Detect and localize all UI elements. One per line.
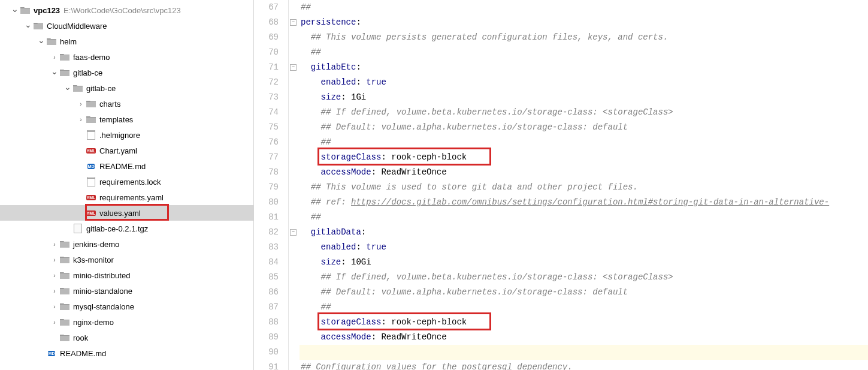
archive-file-icon [73, 224, 83, 233]
folder-icon [34, 21, 43, 31]
code-line[interactable]: ## Default: volume.alpha.kubernetes.io/s… [300, 285, 868, 300]
line-number: 72 [254, 75, 279, 90]
tree-item-helm[interactable]: ⌄helm [0, 34, 253, 49]
code-line[interactable]: accessMode: ReadWriteOnce [300, 165, 868, 180]
tree-item--helmignore[interactable]: .helmignore [0, 127, 253, 143]
code-token: ## Default: volume.alpha.kubernetes.io/s… [321, 287, 628, 297]
chevron-down-icon[interactable]: ⌄ [37, 35, 46, 45]
chevron-right-icon[interactable]: › [50, 54, 59, 61]
code-line[interactable]: size: 10Gi [300, 255, 868, 270]
tree-label: requirements.lock [99, 178, 161, 186]
chevron-right-icon[interactable]: › [50, 241, 59, 248]
code-line[interactable]: persistence: [300, 15, 868, 30]
project-tree[interactable]: ⌄vpc123E:\WorkCode\GoCode\src\vpc123⌄Clo… [0, 0, 254, 370]
chevron-right-icon[interactable]: › [77, 116, 85, 123]
code-token [301, 287, 321, 297]
folder-icon [86, 99, 96, 109]
tree-item-minio-standalone[interactable]: ›minio-standalone [0, 283, 253, 299]
fold-toggle-icon[interactable]: − [290, 64, 297, 71]
line-number: 78 [254, 165, 279, 180]
line-number: 87 [254, 300, 279, 315]
chevron-right-icon[interactable]: › [50, 319, 59, 326]
code-token [301, 167, 321, 177]
chevron-right-icon[interactable]: › [50, 272, 59, 279]
line-number: 71 [254, 60, 279, 75]
chevron-down-icon[interactable]: ⌄ [24, 20, 32, 29]
fold-gutter[interactable]: −−− [289, 0, 300, 370]
tree-item-requirements-lock[interactable]: requirements.lock [0, 174, 253, 189]
code-line[interactable]: gitlabData: [300, 225, 868, 240]
code-line[interactable]: ## If defined, volume.beta.kubernetes.io… [300, 270, 868, 285]
tree-item-templates[interactable]: ›templates [0, 112, 253, 127]
code-token [301, 62, 311, 72]
code-line[interactable]: ## Configuration values for the postgres… [300, 360, 868, 370]
code-line[interactable]: enabled: true [300, 240, 868, 255]
tree-item-k3s-monitor[interactable]: ›k3s-monitor [0, 252, 253, 267]
tree-item-mysql-standalone[interactable]: ›mysql-standalone [0, 299, 253, 314]
tree-item-nginx-demo[interactable]: ›nginx-demo [0, 314, 253, 330]
line-number: 70 [254, 45, 279, 60]
tree-item-gitlab-ce[interactable]: ⌄gitlab-ce [0, 80, 253, 96]
code-token: ## Default: volume.alpha.kubernetes.io/s… [321, 122, 628, 132]
code-line[interactable] [300, 345, 868, 360]
code-line[interactable]: ## [300, 45, 868, 60]
code-line[interactable]: ## [300, 300, 868, 315]
tree-item-faas-demo[interactable]: ›faas-demo [0, 49, 253, 65]
code-line[interactable]: accessMode: ReadWriteOnce [300, 330, 868, 345]
tree-item-vpc123[interactable]: ⌄vpc123E:\WorkCode\GoCode\src\vpc123 [0, 2, 253, 18]
code-line[interactable]: ## ref: https://docs.gitlab.com/omnibus/… [300, 195, 868, 210]
code-line[interactable]: storageClass: rook-ceph-block [300, 315, 868, 330]
code-line[interactable]: enabled: true [300, 75, 868, 90]
tree-label: charts [99, 100, 120, 109]
file-icon [86, 130, 96, 140]
code-token: accessMode [321, 167, 371, 177]
line-number: 91 [254, 360, 279, 370]
tree-item-readme-md[interactable]: MDREADME.md [0, 158, 253, 174]
code-line[interactable]: size: 1Gi [300, 90, 868, 105]
code-token: : 1Gi [341, 92, 366, 102]
code-line[interactable]: ## [300, 0, 868, 15]
code-token: https://docs.gitlab.com/omnibus/settings… [351, 197, 829, 207]
code-line[interactable]: ## This volume is used to store git data… [300, 180, 868, 195]
code-area[interactable]: ##persistence: ## This volume persists g… [300, 0, 868, 370]
tree-item-chart-yaml[interactable]: YMLChart.yaml [0, 143, 253, 158]
fold-toggle-icon[interactable]: − [290, 19, 297, 26]
chevron-right-icon[interactable]: › [50, 288, 59, 294]
code-line[interactable]: ## This volume persists generated config… [300, 30, 868, 45]
chevron-down-icon[interactable]: ⌄ [50, 67, 59, 76]
code-line[interactable]: ## If defined, volume.beta.kubernetes.io… [300, 105, 868, 120]
code-token: : ReadWriteOnce [371, 167, 447, 177]
folder-icon [60, 270, 69, 280]
tree-item-requirements-yaml[interactable]: YMLrequirements.yaml [0, 189, 253, 205]
line-number: 84 [254, 255, 279, 270]
code-line[interactable]: ## [300, 135, 868, 150]
tree-item-gitlab-ce[interactable]: ⌄gitlab-ce [0, 65, 253, 80]
tree-item-minio-distributed[interactable]: ›minio-distributed [0, 267, 253, 283]
chevron-down-icon[interactable]: ⌄ [11, 4, 19, 14]
folder-icon [60, 68, 69, 77]
chevron-right-icon[interactable]: › [50, 257, 59, 263]
tree-item-rook[interactable]: rook [0, 330, 253, 345]
code-line[interactable]: ## [300, 210, 868, 225]
tree-item-cloudmiddleware[interactable]: ⌄CloudMiddleware [0, 18, 253, 34]
code-editor[interactable]: 6768697071727374757677787980818283848586… [254, 0, 868, 370]
code-line[interactable]: storageClass: rook-ceph-block [300, 150, 868, 165]
tree-item-gitlab-ce-0-2-1-tgz[interactable]: gitlab-ce-0.2.1.tgz [0, 221, 253, 236]
tree-item-jenkins-demo[interactable]: ›jenkins-demo [0, 236, 253, 252]
code-line[interactable]: gitlabEtc: [300, 60, 868, 75]
code-line[interactable]: ## Default: volume.alpha.kubernetes.io/s… [300, 120, 868, 135]
line-number: 86 [254, 285, 279, 300]
fold-toggle-icon[interactable]: − [290, 229, 297, 236]
tree-item-values-yaml[interactable]: YMLvalues.yaml [0, 205, 253, 221]
code-token: ## [321, 302, 331, 312]
chevron-right-icon[interactable]: › [50, 303, 59, 310]
tree-item-charts[interactable]: ›charts [0, 96, 253, 112]
tree-item-readme-md[interactable]: MDREADME.md [0, 345, 253, 361]
line-number: 79 [254, 180, 279, 195]
chevron-down-icon[interactable]: ⌄ [63, 82, 72, 92]
code-token: postgresql [462, 362, 512, 370]
tree-label: vpc123 [34, 6, 60, 15]
line-number: 67 [254, 0, 279, 15]
chevron-right-icon[interactable]: › [77, 101, 85, 107]
line-number: 77 [254, 150, 279, 165]
